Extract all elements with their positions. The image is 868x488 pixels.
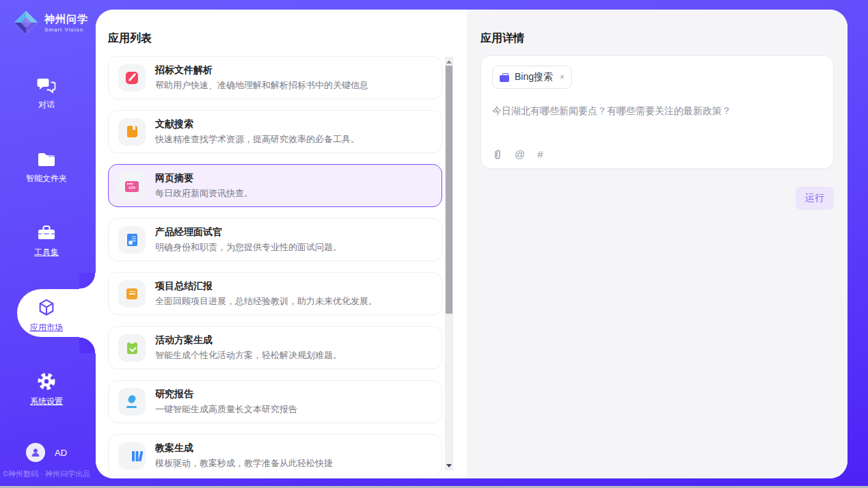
scrollbar-down-arrow-icon[interactable] xyxy=(446,461,452,470)
microscope-icon xyxy=(125,395,139,409)
copyright-footer: ©神州数码 · 神州问学出品 xyxy=(3,469,93,479)
sidebar-item-label: 对话 xyxy=(0,99,93,111)
app-description: 快速精准查找学术资源，提高研究效率的必备工具。 xyxy=(155,133,360,146)
app-detail-title: 应用详情 xyxy=(480,31,834,46)
app-description: 智能生成个性化活动方案，轻松解决规划难题。 xyxy=(155,349,342,362)
note-icon xyxy=(126,288,137,299)
app-name: 网页摘要 xyxy=(155,172,253,185)
user-avatar-icon xyxy=(26,443,45,462)
list-scrollbar[interactable] xyxy=(445,57,453,470)
app-card[interactable]: 文献搜索 快速精准查找学术资源，提高研究效率的必备工具。 xyxy=(108,110,442,153)
run-button[interactable]: 运行 xyxy=(796,187,834,210)
book-icon xyxy=(127,126,137,137)
app-description: 一键智能生成高质量长文本研究报告 xyxy=(155,403,297,416)
app-icon xyxy=(118,64,146,92)
folder-icon xyxy=(0,152,93,168)
sidebar: 神州问学 Smart Vision 对话 智能文件夹 xyxy=(0,0,96,488)
app-logo: 神州问学 Smart Vision xyxy=(12,9,88,36)
hash-icon[interactable]: # xyxy=(537,148,543,160)
sidebar-item-label: 智能文件夹 xyxy=(0,173,93,185)
app-card[interactable]: 项目总结汇报 全面回顾项目进展，总结经验教训，助力未来优化发展。 xyxy=(108,272,442,315)
interviewer-icon xyxy=(127,234,137,246)
briefcase-icon xyxy=(500,75,509,82)
main-panel: 应用列表 招标文件解析 帮助用户快速、准确地理解和解析招标书中的关键信息 文献搜… xyxy=(96,10,847,478)
app-card[interactable]: 招标文件解析 帮助用户快速、准确地理解和解析招标书中的关键信息 xyxy=(108,56,442,99)
browser-icon xyxy=(125,181,139,192)
app-description: 全面回顾项目进展，总结经验教训，助力未来优化发展。 xyxy=(155,295,377,308)
brand-name: 神州问学 xyxy=(44,13,88,26)
app-description: 模板驱动，教案秒成，教学准备从此轻松快捷 xyxy=(155,457,333,470)
prompt-input-card[interactable]: Bing搜索 × 今日湖北有哪些新闻要点？有哪些需要关注的最新政策？ @ # xyxy=(480,55,834,169)
app-icon xyxy=(118,334,146,362)
app-name: 活动方案生成 xyxy=(155,334,342,347)
app-name: 教案生成 xyxy=(155,442,333,455)
sidebar-item-app-market[interactable]: 应用市场 xyxy=(0,298,93,334)
brand-subtitle: Smart Vision xyxy=(44,27,88,33)
app-icon xyxy=(118,388,146,416)
app-icon xyxy=(118,172,146,200)
attachment-icon[interactable] xyxy=(492,148,502,160)
tool-tag-label: Bing搜索 xyxy=(515,71,553,83)
mention-icon[interactable]: @ xyxy=(515,148,525,160)
pen-square-icon xyxy=(126,72,138,84)
app-name: 项目总结汇报 xyxy=(155,280,377,293)
sidebar-item-smart-folder[interactable]: 智能文件夹 xyxy=(0,152,93,185)
toolbox-icon xyxy=(0,224,93,242)
run-button-row: 运行 xyxy=(480,187,834,210)
gear-icon xyxy=(0,372,93,391)
close-icon[interactable]: × xyxy=(560,72,565,82)
app-name: 文献搜索 xyxy=(155,118,360,131)
sidebar-item-toolset[interactable]: 工具集 xyxy=(0,224,93,258)
brand-text: 神州问学 Smart Vision xyxy=(44,13,88,33)
app-card[interactable]: 活动方案生成 智能生成个性化活动方案，轻松解决规划难题。 xyxy=(108,326,442,369)
app-detail-panel: 应用详情 Bing搜索 × 今日湖北有哪些新闻要点？有哪些需要关注的最新政策？ … xyxy=(467,10,847,478)
app-icon xyxy=(118,226,146,254)
app-name: 产品经理面试官 xyxy=(155,226,342,239)
app-card[interactable]: 产品经理面试官 明确身份和职责，为您提供专业性的面试问题。 xyxy=(108,218,442,261)
sidebar-item-label: 工具集 xyxy=(0,247,93,258)
scrollbar-up-arrow-icon[interactable] xyxy=(446,57,452,66)
chat-icon xyxy=(0,77,93,94)
input-toolbar: @ # xyxy=(492,148,543,160)
sidebar-item-chat[interactable]: 对话 xyxy=(0,77,93,111)
brand-diamond-icon xyxy=(12,9,40,36)
cube-icon xyxy=(0,298,93,317)
query-input-text[interactable]: 今日湖北有哪些新闻要点？有哪些需要关注的最新政策？ xyxy=(492,105,822,118)
books-icon xyxy=(132,451,135,461)
clipboard-check-icon xyxy=(127,342,137,354)
app-name: 研究报告 xyxy=(155,388,297,401)
app-card[interactable]: 研究报告 一键智能生成高质量长文本研究报告 xyxy=(108,380,442,423)
app-description: 每日政府新闻资讯快查。 xyxy=(155,187,253,200)
app-card[interactable]: 网页摘要 每日政府新闻资讯快查。 xyxy=(108,164,442,207)
sidebar-item-settings[interactable]: 系统设置 xyxy=(0,372,93,407)
app-description: 帮助用户快速、准确地理解和解析招标书中的关键信息 xyxy=(155,79,368,92)
app-list-title: 应用列表 xyxy=(108,31,467,46)
scrollbar-thumb[interactable] xyxy=(446,66,452,314)
app-icon xyxy=(118,442,146,470)
sidebar-item-label: 应用市场 xyxy=(0,322,93,334)
app-description: 明确身份和职责，为您提供专业性的面试问题。 xyxy=(155,241,342,254)
app-icon xyxy=(118,280,146,308)
app-card-list: 招标文件解析 帮助用户快速、准确地理解和解析招标书中的关键信息 文献搜索 快速精… xyxy=(108,56,442,476)
app-list-panel: 应用列表 招标文件解析 帮助用户快速、准确地理解和解析招标书中的关键信息 文献搜… xyxy=(96,10,467,478)
sidebar-item-label: 系统设置 xyxy=(0,396,93,407)
app-card[interactable]: 教案生成 模板驱动，教案秒成，教学准备从此轻松快捷 xyxy=(108,434,442,476)
app-icon xyxy=(118,118,146,146)
tool-tag-bing-search[interactable]: Bing搜索 × xyxy=(492,66,572,89)
app-name: 招标文件解析 xyxy=(155,64,368,77)
user-account[interactable]: AD xyxy=(26,443,67,462)
user-name: AD xyxy=(55,448,67,458)
